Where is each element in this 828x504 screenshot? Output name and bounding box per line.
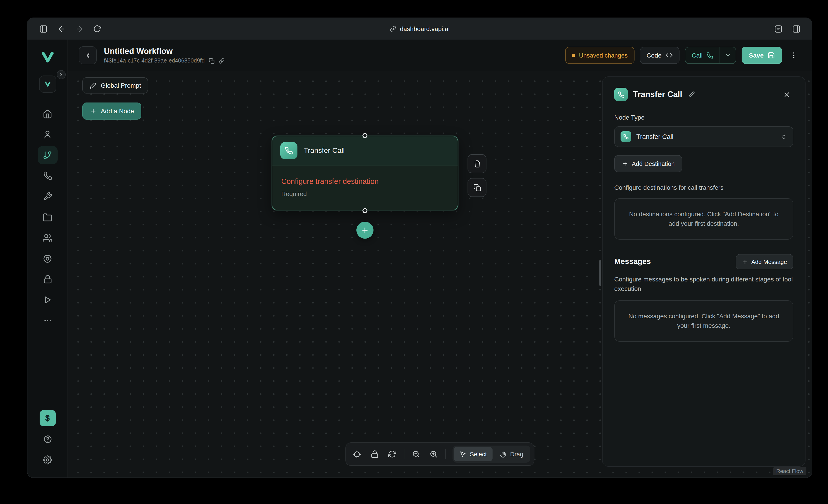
sidebar-toggle-icon[interactable] — [36, 21, 51, 36]
link-icon — [389, 26, 396, 32]
node-warning-text: Configure transfer destination — [281, 177, 449, 186]
app-sidebar: $ — [28, 40, 68, 477]
sidebar-item-squads[interactable] — [38, 229, 57, 247]
sidebar-item-more[interactable] — [38, 312, 57, 329]
tune-icon[interactable] — [771, 21, 786, 36]
org-avatar[interactable] — [39, 76, 56, 93]
code-button[interactable]: Code — [640, 47, 679, 64]
close-panel-button[interactable] — [780, 88, 793, 101]
select-phone-icon — [621, 131, 631, 142]
node-title: Transfer Call — [304, 147, 345, 155]
messages-empty-state: No messages configured. Click "Add Messa… — [614, 300, 793, 342]
zoom-in-button[interactable] — [426, 447, 441, 462]
node-handle-bottom[interactable] — [363, 208, 367, 213]
pencil-icon — [89, 82, 96, 89]
call-button[interactable]: Call — [685, 47, 719, 63]
zoom-out-button[interactable] — [408, 447, 423, 462]
help-button[interactable] — [38, 430, 57, 448]
url-text: dashboard.vapi.ai — [400, 25, 450, 32]
workflow-id: f43fe14a-c17c-4d2f-89ae-ed406850d9fd — [104, 57, 205, 64]
workflow-header: Untitled Workflow f43fe14a-c17c-4d2f-89a… — [68, 40, 812, 71]
node-type-label: Node Type — [614, 114, 793, 121]
browser-window: dashboard.vapi.ai — [27, 17, 812, 478]
add-edge-button[interactable] — [357, 222, 373, 239]
node-required-text: Required — [281, 190, 449, 197]
destinations-empty-state: No destinations configured. Click "Add D… — [614, 198, 793, 240]
sidebar-item-phone-numbers[interactable] — [38, 167, 57, 185]
vapi-logo — [40, 48, 55, 66]
messages-description: Configure messages to be spoken during d… — [614, 275, 793, 293]
sidebar-item-tools[interactable] — [38, 187, 57, 205]
browser-forward-button[interactable] — [72, 21, 87, 36]
unsaved-dot-icon — [572, 54, 575, 57]
plus-icon — [622, 161, 628, 167]
fit-view-button[interactable] — [349, 447, 365, 462]
divider — [445, 449, 446, 459]
chevron-down-icon — [725, 52, 731, 58]
copy-id-icon[interactable] — [209, 58, 215, 63]
global-prompt-button[interactable]: Global Prompt — [82, 77, 148, 94]
workflow-canvas[interactable]: Global Prompt Add a Node Transfer Call — [68, 71, 812, 477]
sidebar-item-runs[interactable] — [38, 291, 57, 309]
select-mode-button[interactable]: Select — [454, 447, 493, 461]
settings-button[interactable] — [38, 451, 57, 469]
duplicate-node-button[interactable] — [467, 178, 487, 197]
page-title: Untitled Workflow — [104, 47, 224, 56]
node-type-select[interactable]: Transfer Call — [614, 126, 793, 147]
sidebar-item-files[interactable] — [38, 208, 57, 226]
sidebar-item-workflows[interactable] — [38, 146, 57, 164]
panel-phone-icon — [614, 88, 628, 101]
address-bar[interactable]: dashboard.vapi.ai — [389, 18, 450, 40]
edit-title-button[interactable] — [689, 91, 695, 98]
split-view-icon[interactable] — [788, 21, 804, 36]
node-phone-icon — [280, 142, 297, 159]
save-icon — [768, 52, 775, 59]
node-details-panel: Transfer Call Node Type Transfer — [602, 77, 805, 467]
code-icon — [666, 52, 673, 59]
node-handle-top[interactable] — [363, 133, 367, 138]
node-type-value: Transfer Call — [636, 133, 673, 140]
auto-layout-button[interactable] — [384, 447, 400, 462]
drag-mode-button[interactable]: Drag — [494, 447, 529, 461]
browser-reload-button[interactable] — [89, 21, 105, 36]
lock-button[interactable] — [367, 447, 382, 462]
unsaved-changes-badge: Unsaved changes — [565, 47, 634, 64]
panel-resize-handle[interactable] — [599, 260, 601, 286]
add-destination-button[interactable]: Add Destination — [614, 155, 682, 172]
add-message-button[interactable]: Add Message — [736, 254, 793, 270]
billing-button[interactable]: $ — [39, 410, 55, 426]
phone-icon — [707, 52, 713, 59]
sidebar-item-home[interactable] — [38, 105, 57, 123]
browser-back-button[interactable] — [53, 21, 69, 36]
more-options-button[interactable] — [787, 47, 800, 64]
canvas-controls: Select Drag — [345, 443, 535, 466]
workflow-node-transfer-call[interactable]: Transfer Call Configure transfer destina… — [272, 136, 458, 211]
hand-icon — [500, 451, 506, 457]
copy-link-icon[interactable] — [219, 58, 224, 63]
plus-icon — [89, 107, 97, 114]
delete-node-button[interactable] — [467, 154, 487, 173]
messages-title: Messages — [614, 258, 651, 266]
sidebar-item-assistants[interactable] — [38, 126, 57, 143]
call-dropdown-button[interactable] — [720, 47, 736, 63]
destinations-description: Configure destinations for call transfer… — [614, 183, 793, 192]
plus-icon — [742, 259, 748, 265]
react-flow-attribution: React Flow — [773, 467, 806, 475]
sidebar-expand-button[interactable] — [57, 70, 66, 79]
add-node-button[interactable]: Add a Node — [82, 102, 141, 120]
chevrons-updown-icon — [780, 133, 787, 140]
save-button[interactable]: Save — [742, 47, 782, 64]
back-button[interactable] — [79, 46, 97, 64]
mode-toggle: Select Drag — [452, 446, 531, 463]
divider — [404, 449, 404, 459]
sidebar-item-support[interactable] — [38, 249, 57, 268]
panel-title: Transfer Call — [633, 90, 682, 99]
browser-toolbar: dashboard.vapi.ai — [28, 18, 812, 40]
cursor-icon — [459, 451, 466, 457]
sidebar-item-vault[interactable] — [38, 270, 57, 288]
